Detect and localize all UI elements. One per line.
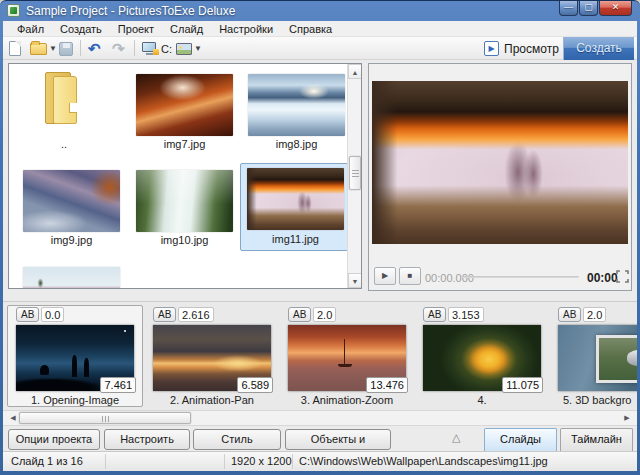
slide-3-thumbnail[interactable]: 13.476 bbox=[288, 325, 406, 391]
menu-slide[interactable]: Слайд bbox=[162, 23, 211, 35]
preview-panel: ▶ ■ 00:00.000 00:00 bbox=[368, 63, 632, 291]
redo-icon: ↷ bbox=[112, 41, 125, 56]
file-item-label: img11.jpg bbox=[247, 233, 344, 245]
img7-thumbnail bbox=[136, 74, 233, 136]
status-separator bbox=[224, 454, 225, 469]
menu-settings[interactable]: Настройки bbox=[211, 23, 281, 35]
file-item-label: img10.jpg bbox=[136, 234, 233, 246]
play-button[interactable]: ▶ bbox=[374, 267, 396, 285]
slide-5-thumbnail[interactable] bbox=[558, 325, 637, 391]
vscroll-thumb[interactable] bbox=[349, 156, 361, 190]
menu-create[interactable]: Создать bbox=[52, 23, 110, 35]
style-button[interactable]: Стиль bbox=[193, 429, 281, 450]
bird-figure bbox=[627, 350, 637, 366]
computer-drive-icon bbox=[142, 42, 158, 55]
menu-file[interactable]: Файл bbox=[9, 23, 52, 35]
window-title: Sample Project - PicturesToExe Deluxe bbox=[26, 4, 235, 18]
undo-icon: ↶ bbox=[88, 41, 101, 56]
img11-thumbnail bbox=[247, 168, 344, 230]
minimize-button[interactable]: — bbox=[559, 1, 578, 16]
ab-transition-button[interactable]: AB bbox=[288, 307, 311, 322]
stop-button[interactable]: ■ bbox=[399, 267, 421, 285]
transition-time-badge: 2.0 bbox=[313, 307, 336, 322]
img9-thumbnail bbox=[23, 170, 120, 232]
horizontal-scrollbar[interactable]: ◀ ▶ bbox=[3, 410, 637, 426]
framed-photo bbox=[596, 335, 637, 383]
status-separator bbox=[105, 454, 106, 469]
ab-transition-button[interactable]: AB bbox=[16, 307, 39, 322]
ab-transition-button[interactable]: AB bbox=[558, 307, 581, 322]
open-dropdown-caret-icon[interactable]: ▼ bbox=[49, 44, 57, 53]
ab-transition-button[interactable]: AB bbox=[153, 307, 176, 322]
collapse-triangle-icon[interactable]: △ bbox=[452, 431, 460, 444]
maximize-button[interactable]: ▢ bbox=[579, 1, 598, 16]
slide-caption: 4. bbox=[417, 394, 547, 406]
project-options-button[interactable]: Опции проекта bbox=[8, 429, 100, 450]
view-dropdown-caret-icon[interactable]: ▼ bbox=[194, 44, 202, 53]
duration-badge: 6.589 bbox=[237, 377, 273, 393]
transition-time-badge: 2.616 bbox=[178, 307, 214, 322]
slide-1-thumbnail[interactable]: 7.461 bbox=[16, 325, 134, 391]
toolbar: ▼ ↶ ↷ C: ▼ ▶ Просмотр bbox=[3, 37, 637, 60]
create-tab[interactable]: Создать bbox=[563, 37, 634, 60]
new-document-icon bbox=[9, 41, 21, 56]
status-file-path: C:\Windows\Web\Wallpaper\Landscapes\img1… bbox=[299, 455, 548, 467]
app-icon bbox=[7, 4, 20, 17]
drive-label: C: bbox=[161, 43, 172, 55]
client-area: Файл Создать Проект Слайд Настройки Спра… bbox=[3, 21, 637, 471]
bottom-toolbar: Опции проекта Настроить слайд Стиль Объе… bbox=[3, 428, 637, 451]
file-item-label: img7.jpg bbox=[136, 138, 233, 150]
img8-thumbnail bbox=[248, 74, 345, 136]
tab-timeline[interactable]: Таймлайн bbox=[560, 428, 633, 451]
objects-animation-button[interactable]: Объекты и анимация bbox=[285, 429, 391, 450]
titlebar[interactable]: Sample Project - PicturesToExe Deluxe — … bbox=[0, 1, 640, 21]
undo-button[interactable]: ↶ bbox=[88, 40, 101, 57]
view-mode-button[interactable]: ▼ bbox=[176, 40, 202, 57]
scroll-right-icon[interactable]: ▶ bbox=[619, 411, 635, 425]
drive-selector[interactable]: C: bbox=[142, 40, 172, 57]
file-item-label: img8.jpg bbox=[248, 138, 345, 150]
save-button[interactable] bbox=[59, 40, 73, 57]
slide-caption: 2. Animation-Pan bbox=[147, 394, 277, 406]
scroll-down-icon[interactable]: ▼ bbox=[348, 273, 362, 288]
duration-badge: 13.476 bbox=[366, 377, 408, 393]
slide-caption: 3. Animation-Zoom bbox=[282, 394, 412, 406]
status-separator bbox=[292, 454, 293, 469]
toolbar-separator bbox=[134, 40, 135, 56]
transition-time-badge: 3.153 bbox=[448, 307, 484, 322]
image-view-icon bbox=[176, 43, 192, 55]
duration-badge: 11.075 bbox=[502, 377, 543, 393]
preview-button[interactable]: ▶ Просмотр bbox=[484, 40, 559, 57]
hscroll-thumb[interactable] bbox=[19, 412, 191, 424]
menu-project[interactable]: Проект bbox=[110, 23, 162, 35]
close-button[interactable]: ✕ bbox=[599, 1, 632, 16]
vertical-scrollbar[interactable]: ▲ ▼ bbox=[347, 64, 361, 288]
redo-button[interactable]: ↷ bbox=[112, 40, 125, 57]
preview-image[interactable] bbox=[372, 81, 628, 244]
file-item-img11-selected[interactable]: img11.jpg bbox=[240, 163, 349, 251]
app-window: Sample Project - PicturesToExe Deluxe — … bbox=[0, 0, 640, 475]
menu-help[interactable]: Справка bbox=[281, 23, 340, 35]
status-resolution: 1920 x 1200 bbox=[231, 455, 292, 467]
slide-caption: 5. 3D backgro bbox=[555, 394, 637, 406]
seek-slider[interactable] bbox=[461, 276, 579, 278]
file-browser-panel: .. img7.jpg img8.jpg img9.jpg img10.jpg … bbox=[8, 63, 362, 289]
slide-2-thumbnail[interactable]: 6.589 bbox=[153, 325, 271, 391]
new-project-button[interactable] bbox=[9, 40, 21, 57]
open-folder-icon bbox=[30, 43, 47, 55]
open-button[interactable]: ▼ bbox=[30, 40, 57, 57]
slide-caption: 1. Opening-Image bbox=[10, 394, 140, 406]
transition-time-badge: 0.0 bbox=[41, 307, 64, 322]
tab-slides[interactable]: Слайды bbox=[484, 428, 557, 451]
slide-list: AB 0.0 7.461 1. Opening-Image AB 2.616 6… bbox=[3, 301, 637, 410]
slide-4-thumbnail[interactable]: 11.075 bbox=[423, 325, 541, 391]
star-dot bbox=[124, 330, 126, 332]
fullscreen-icon[interactable] bbox=[616, 270, 629, 283]
preview-label: Просмотр bbox=[504, 42, 559, 56]
scroll-up-icon[interactable]: ▲ bbox=[348, 64, 362, 79]
partial-thumbnail[interactable] bbox=[23, 267, 120, 289]
customize-slide-button[interactable]: Настроить слайд bbox=[104, 429, 190, 450]
ab-transition-button[interactable]: AB bbox=[423, 307, 446, 322]
folder-up-icon bbox=[39, 72, 85, 126]
preview-play-icon: ▶ bbox=[484, 41, 499, 56]
